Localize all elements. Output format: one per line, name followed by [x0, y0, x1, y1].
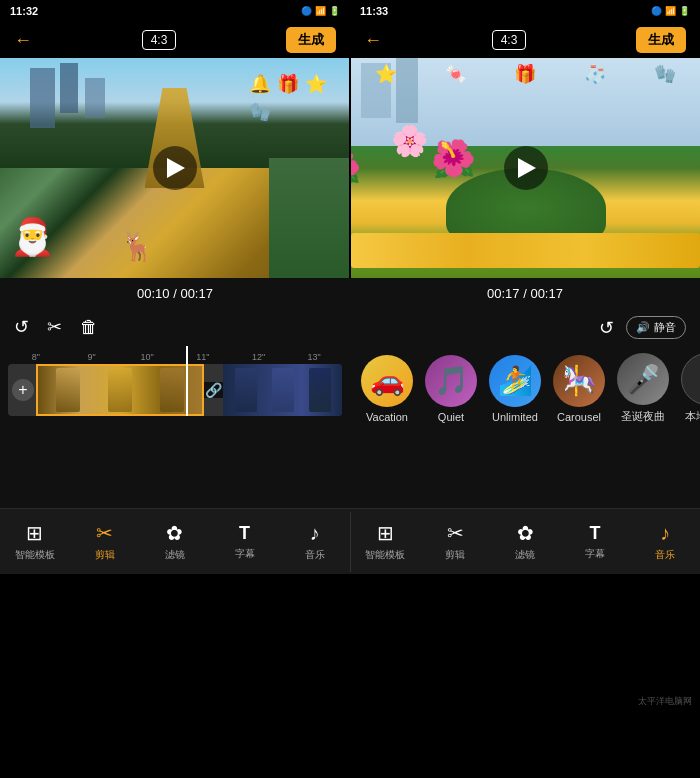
status-bars: 11:32 🔵 📶 🔋 11:33 🔵 📶 🔋 [0, 0, 700, 22]
nav-item-music-left[interactable]: ♪ 音乐 [292, 522, 337, 562]
edit-toolbar-left: ↺ ✂ 🗑 [0, 308, 350, 346]
add-clip-button[interactable]: + [12, 379, 34, 401]
toolbars: ← 4:3 生成 ← 4:3 生成 [0, 22, 700, 58]
nav-item-music-right[interactable]: ♪ 音乐 [643, 522, 688, 562]
music-item-quiet[interactable]: 🎵 Quiet [424, 355, 478, 423]
ruler-9: 9" [64, 352, 120, 362]
music-item-xmas[interactable]: 🎤 圣诞夜曲 [616, 353, 670, 424]
bluetooth-icon: 🔵 [301, 6, 312, 16]
unlimited-icon: 🏄 [498, 364, 533, 397]
filter-icon-left: ✿ [166, 521, 183, 545]
timecodes: 00:10 / 00:17 00:17 / 00:17 [0, 278, 700, 308]
nav-item-template-right[interactable]: ⊞ 智能模板 [363, 521, 408, 562]
undo-button-right[interactable]: ↺ [599, 317, 614, 339]
ruler-10: 10" [119, 352, 175, 362]
thumb-4 [235, 368, 257, 412]
toolbar-right: ← 4:3 生成 [350, 22, 700, 58]
play-triangle-left [167, 158, 185, 178]
play-button-right[interactable] [504, 146, 548, 190]
ratio-right[interactable]: 4:3 [492, 30, 527, 50]
ratio-left[interactable]: 4:3 [142, 30, 177, 50]
timeline-strip[interactable]: 🔗 [8, 364, 342, 416]
ruler-11: 11" [175, 352, 231, 362]
nav-label-caption-right: 字幕 [585, 547, 605, 561]
nav-item-template-left[interactable]: ⊞ 智能模板 [12, 521, 57, 562]
thumb-6 [309, 368, 331, 412]
play-triangle-right [518, 158, 536, 178]
music-item-unlimited[interactable]: 🏄 Unlimited [488, 355, 542, 423]
generate-button-left[interactable]: 生成 [286, 27, 336, 53]
ruler-13: 13" [286, 352, 342, 362]
xmas-icon: 🎤 [626, 363, 661, 396]
splice-icon: 🔗 [204, 364, 223, 416]
music-label-local: 本地音乐 [685, 409, 700, 424]
preview-left[interactable]: 🎅 🦌 🔔🎁⭐🧤 [0, 58, 349, 278]
video-previews: 🎅 🦌 🔔🎁⭐🧤 🌸 🌺 [0, 58, 700, 278]
playhead[interactable] [186, 346, 188, 416]
music-row: 🚗 Vacation 🎵 Quiet 🏄 Unlimited [350, 347, 700, 430]
music-label-unlimited: Unlimited [492, 411, 538, 423]
nav-label-template-left: 智能模板 [15, 548, 55, 562]
edit-icon-left: ✂ [96, 521, 113, 545]
timeline-ruler: 8" 9" 10" 11" 12" 13" [0, 346, 350, 362]
mute-button[interactable]: 🔊 静音 [626, 316, 686, 339]
watermark: 太平洋电脑网 [638, 695, 692, 708]
edit-icon-right: ✂ [447, 521, 464, 545]
music-label-xmas: 圣诞夜曲 [621, 409, 665, 424]
nav-item-caption-right[interactable]: T 字幕 [573, 523, 618, 561]
music-thumb-local: ♪ [681, 353, 700, 405]
reindeer-decoration: 🦌 [120, 230, 155, 263]
music-item-local[interactable]: ♪ 本地音乐 [680, 353, 700, 424]
music-label-quiet: Quiet [438, 411, 464, 423]
generate-button-right[interactable]: 生成 [636, 27, 686, 53]
back-button-left[interactable]: ← [14, 30, 32, 51]
thumb-5 [272, 368, 294, 412]
nav-item-filter-left[interactable]: ✿ 滤镜 [152, 521, 197, 562]
time-right: 11:33 [360, 5, 388, 17]
nav-item-caption-left[interactable]: T 字幕 [222, 523, 267, 561]
music-label-carousel: Carousel [557, 411, 601, 423]
bottom-nav-right: ⊞ 智能模板 ✂ 剪辑 ✿ 滤镜 T 字幕 ♪ 音乐 [351, 509, 701, 574]
music-thumb-unlimited: 🏄 [489, 355, 541, 407]
music-item-carousel[interactable]: 🎠 Carousel [552, 355, 606, 423]
back-button-right[interactable]: ← [364, 30, 382, 51]
music-label-vacation: Vacation [366, 411, 408, 423]
building1 [30, 68, 55, 128]
building2 [60, 63, 78, 113]
xmas-items-right: ⭐🍬🎁🧦🧤 [351, 63, 700, 85]
ruler-12: 12" [231, 352, 287, 362]
mute-label: 静音 [654, 320, 676, 335]
music-thumb-vacation: 🚗 [361, 355, 413, 407]
music-item-vacation[interactable]: 🚗 Vacation [360, 355, 414, 423]
santa-decoration: 🎅 [10, 216, 55, 258]
quiet-icon: 🎵 [434, 364, 469, 397]
bottom-nav-left: ⊞ 智能模板 ✂ 剪辑 ✿ 滤镜 T 字幕 ♪ 音乐 [0, 509, 350, 574]
undo-button-left[interactable]: ↺ [14, 316, 29, 338]
clip-segment-1[interactable] [36, 364, 204, 416]
music-thumb-xmas: 🎤 [617, 353, 669, 405]
nav-label-music-left: 音乐 [305, 548, 325, 562]
status-bar-right: 11:33 🔵 📶 🔋 [350, 0, 700, 22]
edit-panel-left: ↺ ✂ 🗑 8" 9" 10" 11" 12" 13" + [0, 308, 350, 508]
filter-icon-right: ✿ [517, 521, 534, 545]
scissors-button[interactable]: ✂ [47, 316, 62, 338]
clip-segment-2[interactable] [223, 364, 342, 416]
wifi-icon-r: 📶 [665, 6, 676, 16]
clip-bg-1 [38, 366, 202, 414]
green-wall [269, 158, 349, 278]
play-button-left[interactable] [153, 146, 197, 190]
ruler-8: 8" [8, 352, 64, 362]
thumb-1 [56, 368, 80, 412]
status-bar-left: 11:32 🔵 📶 🔋 [0, 0, 350, 22]
nav-item-edit-left[interactable]: ✂ 剪辑 [82, 521, 127, 562]
preview-right[interactable]: 🌸 🌺 🌸 🌺 ⭐🍬🎁🧦🧤 [351, 58, 700, 278]
nav-item-filter-right[interactable]: ✿ 滤镜 [503, 521, 548, 562]
music-icon-left: ♪ [310, 522, 320, 545]
carousel-icon: 🎠 [562, 364, 597, 397]
music-thumb-carousel: 🎠 [553, 355, 605, 407]
nav-item-edit-right[interactable]: ✂ 剪辑 [433, 521, 478, 562]
trash-button[interactable]: 🗑 [80, 317, 98, 338]
nav-label-filter-left: 滤镜 [165, 548, 185, 562]
battery-icon: 🔋 [329, 6, 340, 16]
nav-label-template-right: 智能模板 [365, 548, 405, 562]
